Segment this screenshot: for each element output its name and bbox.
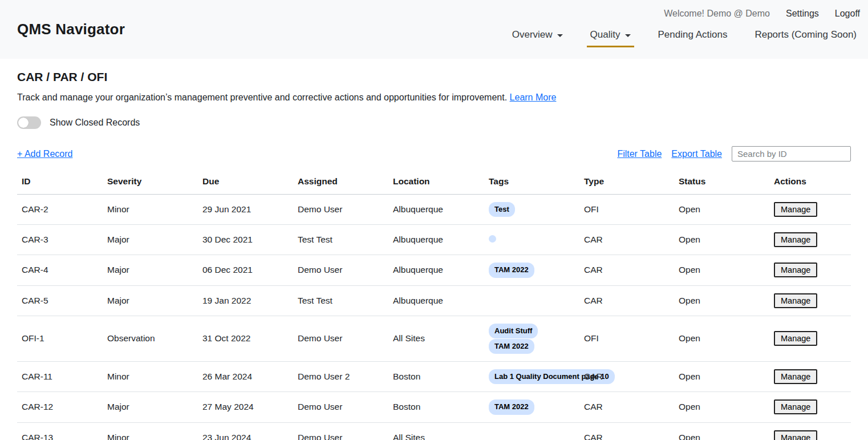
cell-assigned: Test Test <box>293 285 388 316</box>
cell-tags <box>484 285 579 316</box>
manage-button[interactable]: Manage <box>774 430 817 440</box>
nav-item-quality[interactable]: Quality <box>587 27 634 47</box>
cell-id: CAR-5 <box>17 285 103 316</box>
cell-location: All Sites <box>388 422 484 440</box>
cell-severity: Minor <box>103 422 198 440</box>
cell-due: 31 Oct 2022 <box>198 316 293 362</box>
table-row: CAR-4 Major 06 Dec 2021 Demo User Albuqu… <box>17 255 851 285</box>
tag-badge-empty <box>489 235 496 243</box>
manage-button[interactable]: Manage <box>774 263 817 277</box>
manage-button[interactable]: Manage <box>774 202 817 217</box>
cell-type: CAR <box>579 422 674 440</box>
cell-due: 23 Jun 2024 <box>198 422 293 440</box>
page-description: Track and manage your organization’s man… <box>17 92 851 103</box>
cell-assigned: Demo User <box>293 195 388 225</box>
cell-tags: Audit Stuff TAM 2022 <box>484 316 579 362</box>
cell-due: 06 Dec 2021 <box>198 255 293 285</box>
nav-overview-label: Overview <box>512 29 553 41</box>
app-header: QMS Navigator Welcome! Demo @ Demo Setti… <box>0 0 868 59</box>
show-closed-toggle[interactable] <box>17 116 41 129</box>
cell-severity: Major <box>103 225 198 255</box>
cell-id: CAR-4 <box>17 255 103 285</box>
search-input[interactable] <box>732 146 851 162</box>
table-header-row: ID Severity Due Assigned Location Tags T… <box>17 171 851 195</box>
cell-actions: Manage <box>769 225 851 255</box>
cell-location: Albuquerque <box>388 195 484 225</box>
top-links: Welcome! Demo @ Demo Settings Logoff <box>664 9 860 19</box>
export-table-link[interactable]: Export Table <box>671 149 722 159</box>
table-row: OFI-1 Observation 31 Oct 2022 Demo User … <box>17 316 851 362</box>
cell-assigned: Test Test <box>293 225 388 255</box>
right-controls: Filter Table Export Table <box>617 146 851 162</box>
manage-button[interactable]: Manage <box>774 293 817 308</box>
cell-actions: Manage <box>769 316 851 362</box>
filter-table-link[interactable]: Filter Table <box>617 149 662 159</box>
chevron-down-icon <box>625 34 631 37</box>
col-header-actions: Actions <box>769 171 851 195</box>
tag-badge: TAM 2022 <box>489 339 534 354</box>
cell-severity: Major <box>103 285 198 316</box>
col-header-severity: Severity <box>103 171 198 195</box>
toggle-knob <box>18 118 29 128</box>
col-header-id: ID <box>17 171 103 195</box>
settings-link[interactable]: Settings <box>786 9 819 19</box>
cell-assigned: Demo User <box>293 392 388 422</box>
col-header-type: Type <box>579 171 674 195</box>
logoff-link[interactable]: Logoff <box>835 9 860 19</box>
manage-button[interactable]: Manage <box>774 232 817 247</box>
cell-due: 26 Mar 2024 <box>198 362 293 392</box>
cell-tags <box>484 422 579 440</box>
tag-stack: Audit Stuff TAM 2022 <box>489 324 575 354</box>
table-row: CAR-3 Major 30 Dec 2021 Test Test Albuqu… <box>17 225 851 255</box>
cell-status: Open <box>674 285 769 316</box>
learn-more-link[interactable]: Learn More <box>510 92 557 102</box>
cell-actions: Manage <box>769 285 851 316</box>
manage-button[interactable]: Manage <box>774 369 817 384</box>
col-header-status: Status <box>674 171 769 195</box>
cell-id: CAR-13 <box>17 422 103 440</box>
manage-button[interactable]: Manage <box>774 331 817 346</box>
cell-location: All Sites <box>388 316 484 362</box>
cell-type: CAR <box>579 255 674 285</box>
nav-item-reports[interactable]: Reports (Coming Soon) <box>751 27 860 47</box>
cell-assigned: Demo User <box>293 422 388 440</box>
cell-tags <box>484 225 579 255</box>
show-closed-label: Show Closed Records <box>50 118 140 128</box>
col-header-due: Due <box>198 171 293 195</box>
cell-tags: Test <box>484 195 579 225</box>
add-record-link[interactable]: + Add Record <box>17 149 72 159</box>
cell-actions: Manage <box>769 195 851 225</box>
cell-actions: Manage <box>769 422 851 440</box>
page-title: CAR / PAR / OFI <box>17 70 851 84</box>
cell-tags: Lab 1 Quality Document page 10 <box>484 362 579 392</box>
cell-location: Albuquerque <box>388 255 484 285</box>
nav-item-overview[interactable]: Overview <box>509 27 566 47</box>
cell-severity: Observation <box>103 316 198 362</box>
cell-location: Boston <box>388 362 484 392</box>
table-row: CAR-2 Minor 29 Jun 2021 Demo User Albuqu… <box>17 195 851 225</box>
tag-badge: Test <box>489 202 515 217</box>
nav-quality-label: Quality <box>590 29 620 41</box>
col-header-assigned: Assigned <box>293 171 388 195</box>
cell-id: CAR-11 <box>17 362 103 392</box>
table-row: CAR-12 Major 27 May 2024 Demo User Bosto… <box>17 392 851 422</box>
cell-actions: Manage <box>769 392 851 422</box>
nav-item-pending-actions[interactable]: Pending Actions <box>655 27 731 47</box>
show-closed-toggle-row: Show Closed Records <box>17 116 851 129</box>
cell-status: Open <box>674 362 769 392</box>
manage-button[interactable]: Manage <box>774 399 817 414</box>
table-row: CAR-11 Minor 26 Mar 2024 Demo User 2 Bos… <box>17 362 851 392</box>
nav-reports-label: Reports (Coming Soon) <box>755 29 857 41</box>
cell-location: Boston <box>388 392 484 422</box>
cell-type: CAR <box>579 225 674 255</box>
type-text: CAR <box>584 372 603 381</box>
cell-id: CAR-12 <box>17 392 103 422</box>
cell-id: CAR-3 <box>17 225 103 255</box>
chevron-down-icon <box>557 34 563 37</box>
cell-type: OFI <box>579 316 674 362</box>
cell-id: OFI-1 <box>17 316 103 362</box>
cell-status: Open <box>674 225 769 255</box>
cell-severity: Major <box>103 392 198 422</box>
col-header-location: Location <box>388 171 484 195</box>
cell-status: Open <box>674 422 769 440</box>
